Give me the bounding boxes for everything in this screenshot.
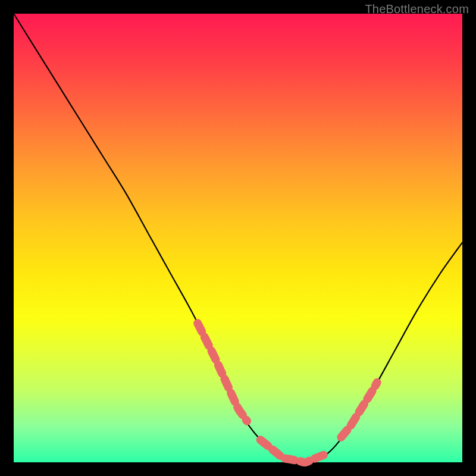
chart-frame: TheBottleneck.com bbox=[0, 0, 476, 476]
left-threshold-segment bbox=[198, 323, 247, 421]
right-threshold-segment bbox=[341, 383, 377, 437]
chart-svg bbox=[14, 14, 462, 462]
valley-flat-segment bbox=[261, 440, 328, 462]
bottleneck-curve bbox=[14, 14, 462, 462]
